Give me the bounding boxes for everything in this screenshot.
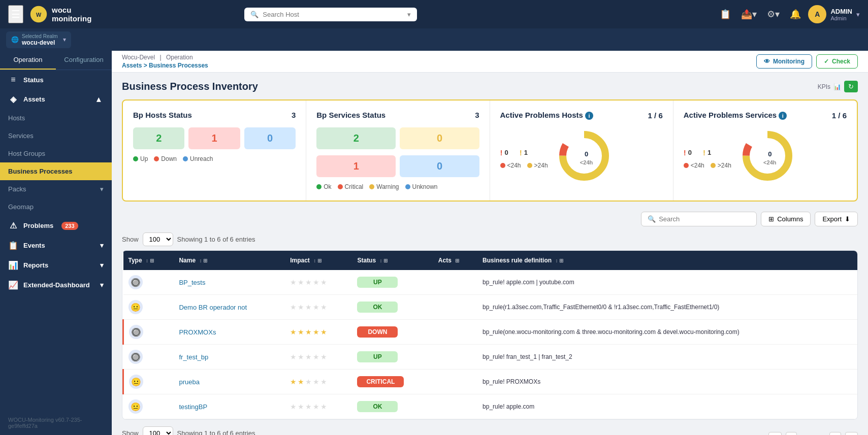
active-problems-services-header: Active Problems Services i 1 / 6 (684, 111, 847, 120)
col-name: Name ↕ ⊞ (174, 251, 285, 270)
main-content: Wocu-Devel | Operation Assets > Business… (112, 51, 868, 435)
sidebar-item-business-processes[interactable]: Business Processes (0, 162, 112, 180)
show-row: Show 100 25 50 Showing 1 to 6 of 6 entri… (122, 232, 858, 246)
prob-count-warning-services: ! 1 (703, 148, 711, 157)
bp-hosts-down-box: 1 (188, 127, 240, 149)
star-1: ★ (290, 353, 297, 361)
stars: ★★★★★ (290, 378, 347, 386)
prev-page-button[interactable]: ‹ (786, 432, 797, 435)
first-page-button[interactable]: « (768, 432, 781, 435)
search-chevron-icon: ▾ (407, 11, 411, 18)
legend-dot-critical (338, 184, 343, 189)
star-4: ★ (313, 378, 319, 386)
sidebar-item-geomap[interactable]: Geomap (0, 198, 112, 216)
sidebar-item-packs[interactable]: Packs ▾ (0, 180, 112, 198)
star-5: ★ (320, 303, 327, 311)
table-row: 😐 testingBP ★★★★★ OK bp_rule! apple.com (123, 394, 858, 419)
nav-icons: 📋 📤▾ ⚙▾ 🔔 A ADMIN Admin ▾ (717, 5, 860, 23)
cell-status: UP (352, 270, 433, 295)
tab-operation[interactable]: Operation (0, 51, 56, 70)
legend-up: Up (133, 155, 148, 162)
sidebar-item-services[interactable]: Services (0, 127, 112, 145)
cell-impact: ★★★★★ (285, 320, 352, 345)
col-status: Status ↕ ⊞ (352, 251, 433, 270)
bp-services-status-card: Bp Services Status 3 2 0 1 0 Ok Critical (306, 101, 490, 200)
row-name-link[interactable]: PROXMOXs (179, 328, 216, 336)
star-5: ★ (320, 353, 327, 361)
active-problems-hosts-title: Active Problems Hosts i (500, 111, 594, 120)
next-page-button[interactable]: › (829, 432, 841, 435)
row-name-link[interactable]: testingBP (179, 403, 207, 411)
realm-selector[interactable]: 🌐 Selected Realm wocu-devel ▾ (6, 31, 71, 48)
export-button[interactable]: Export ⬇ (815, 212, 858, 226)
star-3: ★ (305, 278, 312, 286)
row-name-link[interactable]: Demo BR operador not (179, 304, 247, 311)
row-name-link[interactable]: fr_test_bp (179, 353, 208, 361)
table-row: 🔘 PROXMOXs ★★★★★ DOWN bp_rule(one.wocu-m… (123, 320, 858, 345)
cell-acts (433, 394, 477, 419)
star-2: ★ (298, 328, 304, 336)
monitoring-button[interactable]: 👁 Monitoring (756, 54, 812, 69)
prob-count-critical-services: ! 0 (684, 148, 692, 157)
notification-icon-button[interactable]: 🔔 (787, 6, 804, 23)
kpis-button[interactable]: KPIs 📊 ↻ (818, 81, 858, 92)
show-select[interactable]: 100 25 50 (143, 232, 173, 246)
table-row: 🔘 BP_tests ★★★★★ UP bp_rule! apple.com |… (123, 270, 858, 295)
columns-icon: ⊞ (768, 215, 774, 223)
bottom-bar: Show 100 25 50 Showing 1 to 6 of 6 entri… (122, 426, 858, 435)
last-page-button[interactable]: » (845, 432, 858, 435)
bottom-show-select[interactable]: 100 25 50 (143, 426, 173, 435)
sidebar-item-assets[interactable]: ◈ Assets (0, 89, 112, 109)
columns-button[interactable]: ⊞ Columns (761, 212, 811, 226)
bp-services-unknown-box: 0 (400, 155, 479, 177)
share-icon-button[interactable]: 📤▾ (738, 6, 760, 23)
cell-acts (433, 270, 477, 295)
reports-icon: 📊 (8, 260, 18, 270)
cell-name: testingBP (174, 394, 285, 419)
legend-unknown: Unknown (405, 183, 438, 190)
col-acts: Acts ⊞ (433, 251, 477, 270)
cell-name: PROXMOXs (174, 320, 285, 345)
bp-services-count: 3 (475, 111, 479, 119)
cell-impact: ★★★★★ (285, 270, 352, 295)
sidebar-item-hostgroups[interactable]: Host Groups (0, 145, 112, 162)
reports-icon-button[interactable]: 📋 (717, 6, 734, 23)
user-badge[interactable]: A ADMIN Admin ▾ (808, 5, 860, 23)
cell-rule: bp_rule! fran_test_1 | fran_test_2 (477, 345, 857, 370)
check-button[interactable]: ✓ Check (816, 54, 858, 69)
data-table: Type ↕ ⊞ Name ↕ ⊞ Impact ↕ ⊞ Status ↕ ⊞ … (122, 251, 857, 419)
hamburger-button[interactable]: ☰ (8, 5, 23, 23)
events-label: Events (23, 242, 45, 249)
star-3: ★ (305, 328, 312, 336)
search-table-icon: 🔍 (648, 215, 656, 223)
search-table-input[interactable] (659, 215, 750, 223)
refresh-button[interactable]: ↻ (844, 81, 858, 92)
export-icon: ⬇ (845, 215, 850, 223)
settings-icon-button[interactable]: ⚙▾ (764, 6, 783, 23)
bp-hosts-up-box: 2 (133, 127, 184, 149)
sidebar-item-status[interactable]: ≡ Status (0, 70, 112, 89)
bp-services-title: Bp Services Status (316, 111, 385, 119)
row-name-link[interactable]: BP_tests (179, 279, 205, 286)
sidebar-item-problems[interactable]: ⚠ Problems 233 (0, 216, 112, 236)
cell-name: BP_tests (174, 270, 285, 295)
critical-exclaim-icon-svc: ! (684, 148, 686, 157)
table-row: 😐 Demo BR operador not ★★★★★ OK bp_rule(… (123, 295, 858, 320)
search-host-input[interactable] (263, 11, 403, 18)
layout: Operation Configuration ≡ Status ◈ Asset… (0, 51, 868, 435)
stars: ★★★★★ (290, 278, 347, 286)
prob-legend-hosts: <24h >24h (500, 162, 548, 169)
sidebar-item-reports[interactable]: 📊 Reports ▾ (0, 255, 112, 275)
row-name-link[interactable]: prueba (179, 378, 199, 386)
status-badge: OK (357, 302, 398, 313)
legend-unreach: Unreach (183, 155, 213, 162)
svg-text:W: W (36, 12, 42, 18)
cell-acts (433, 345, 477, 370)
kpis-chart-icon: 📊 (833, 83, 841, 90)
tab-configuration[interactable]: Configuration (56, 51, 112, 70)
sidebar-item-hosts[interactable]: Hosts (0, 109, 112, 127)
cell-acts (433, 370, 477, 394)
sidebar-item-events[interactable]: 📋 Events ▾ (0, 236, 112, 255)
realm-label: Selected Realm (22, 34, 58, 39)
sidebar-item-extended-dashboard[interactable]: 📈 Extended-Dashboard ▾ (0, 275, 112, 295)
